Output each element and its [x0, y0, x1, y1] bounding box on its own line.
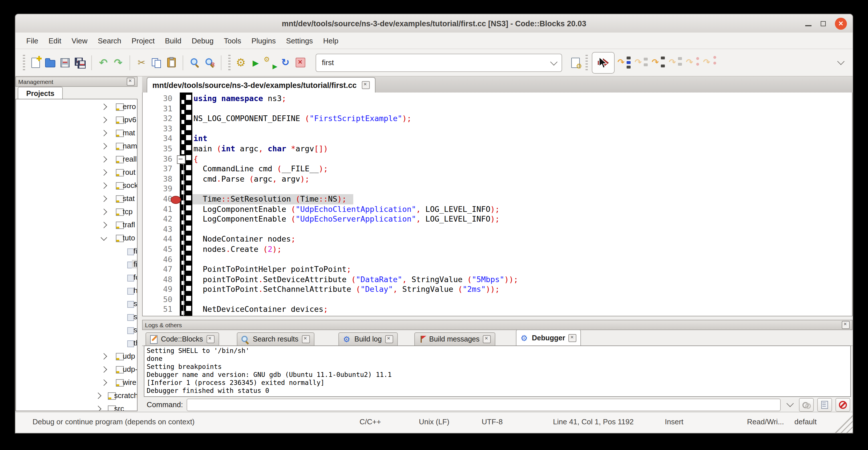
vertical-splitter[interactable]	[137, 77, 142, 412]
code-line-47[interactable]: 47 PointToPointHelper pointToPoint;	[143, 264, 852, 274]
tab-projects[interactable]: Projects	[18, 87, 63, 99]
close-tab-icon[interactable]	[569, 334, 577, 342]
tree-item-udp-[interactable]: udp-	[16, 363, 137, 376]
code-line-45[interactable]: 45 nodes.Create (2);	[143, 244, 852, 254]
tree-item-fif[interactable]: fif	[16, 245, 137, 258]
build-button[interactable]	[234, 55, 248, 70]
tree-item-scratch[interactable]: scratch	[16, 389, 137, 402]
code-line-37[interactable]: 37 CommandLine cmd (__FILE__);	[143, 164, 852, 174]
chevron-right-icon[interactable]	[101, 143, 107, 150]
step-out-button[interactable]	[669, 56, 683, 69]
line-number[interactable]: 44	[143, 234, 175, 244]
menu-file[interactable]: File	[21, 34, 43, 47]
line-number[interactable]: 38	[143, 174, 175, 184]
new-file-button[interactable]	[28, 55, 43, 70]
line-number[interactable]: 48	[143, 274, 175, 284]
menu-settings[interactable]: Settings	[281, 34, 318, 47]
abort-build-button[interactable]	[293, 55, 308, 70]
breakpoint-marker[interactable]	[170, 196, 181, 204]
tree-item-udp[interactable]: udp	[16, 350, 137, 363]
toolbar-grip[interactable]	[23, 55, 25, 70]
code-line-35[interactable]: 35main (int argc, char *argv[])	[143, 144, 852, 154]
code-line-31[interactable]: 31	[143, 103, 852, 114]
cut-button[interactable]	[134, 55, 149, 70]
close-logs-icon[interactable]	[842, 321, 850, 329]
close-icon[interactable]	[835, 18, 847, 29]
tree-item-nam[interactable]: nam	[16, 140, 137, 153]
line-number[interactable]: 47	[143, 264, 175, 274]
chevron-right-icon[interactable]	[101, 366, 107, 373]
code-line-46[interactable]: 46	[143, 254, 852, 264]
tree-item-tcp[interactable]: tcp	[16, 206, 137, 219]
step-into-button[interactable]	[652, 56, 665, 69]
chevron-right-icon[interactable]	[101, 196, 107, 202]
line-number[interactable]: 39	[143, 184, 175, 194]
chevron-right-icon[interactable]	[101, 103, 107, 110]
menu-build[interactable]: Build	[160, 34, 187, 47]
line-number[interactable]: 33	[143, 124, 175, 134]
close-panel-icon[interactable]	[127, 78, 135, 86]
title-bar[interactable]: mnt/dev/tools/source/ns-3-dev/examples/t…	[16, 14, 852, 33]
toolbar-overflow-button[interactable]	[833, 55, 848, 70]
code-line-48[interactable]: 48 pointToPoint.SetDeviceAttribute ("Dat…	[143, 274, 852, 284]
menu-tools[interactable]: Tools	[219, 34, 246, 47]
code-line-39[interactable]: 39	[143, 184, 852, 194]
chevron-right-icon[interactable]	[101, 380, 107, 386]
chevron-right-icon[interactable]	[101, 353, 107, 360]
logs-tab-code-blocks[interactable]: Code::Blocks	[146, 332, 219, 346]
code-line-44[interactable]: 44 NodeContainer nodes;	[143, 234, 852, 244]
chevron-right-icon[interactable]	[95, 393, 101, 399]
rebuild-button[interactable]	[278, 55, 293, 70]
tree-item-trafl[interactable]: trafl	[16, 219, 137, 232]
menu-debug[interactable]: Debug	[187, 34, 219, 47]
chevron-right-icon[interactable]	[101, 222, 107, 229]
line-number[interactable]: 35	[143, 144, 175, 154]
code-line-51[interactable]: 51 NetDeviceContainer devices;	[143, 305, 852, 314]
chevron-right-icon[interactable]	[101, 209, 107, 215]
tree-item-rout[interactable]: rout	[16, 166, 137, 179]
line-number[interactable]: 45	[143, 244, 175, 254]
chevron-right-icon[interactable]	[101, 169, 107, 176]
tree-item-th[interactable]: th	[16, 337, 137, 350]
line-number[interactable]: 42	[143, 214, 175, 224]
tree-item-ipv6[interactable]: ipv6	[16, 114, 137, 127]
code-line-43[interactable]: 43	[143, 224, 852, 234]
tree-item-se[interactable]: se	[16, 298, 137, 311]
tree-item-fir[interactable]: fir	[16, 258, 137, 271]
minimize-icon[interactable]	[805, 25, 811, 26]
logs-tab-build-log[interactable]: Build log	[338, 332, 398, 346]
menu-search[interactable]: Search	[93, 34, 126, 47]
chevron-right-icon[interactable]	[101, 130, 107, 137]
code-line-33[interactable]: 33	[143, 124, 852, 134]
tree-item-sock[interactable]: sock	[16, 179, 137, 192]
close-tab-icon[interactable]	[385, 335, 393, 343]
line-number[interactable]: 50	[143, 295, 175, 305]
code-line-36[interactable]: 36{	[143, 154, 852, 164]
close-tab-icon[interactable]	[302, 335, 310, 343]
command-history-button[interactable]	[784, 399, 796, 410]
tree-item-stat[interactable]: stat	[16, 192, 137, 206]
line-number[interactable]: 37	[143, 164, 175, 174]
step-into-instruction-button[interactable]	[703, 56, 717, 69]
next-instruction-button[interactable]	[686, 56, 700, 69]
command-input[interactable]	[186, 398, 781, 411]
code-line-34[interactable]: 34int	[143, 134, 852, 144]
menu-plugins[interactable]: Plugins	[246, 34, 281, 47]
line-number[interactable]: 49	[143, 285, 175, 295]
logs-tab-debugger[interactable]: Debugger	[516, 330, 581, 346]
find-button[interactable]	[187, 55, 202, 70]
debug-continue-button[interactable]	[592, 52, 615, 73]
debugger-attach-button[interactable]	[799, 398, 814, 412]
run-to-cursor-button[interactable]	[617, 56, 631, 69]
menu-view[interactable]: View	[66, 34, 93, 47]
toolbar-grip[interactable]	[586, 55, 588, 70]
close-tab-icon[interactable]	[483, 335, 491, 343]
line-number[interactable]: 36	[143, 154, 175, 164]
editor-tab-first-cc[interactable]: mnt/dev/tools/source/ns-3-dev/examples/t…	[147, 77, 375, 92]
tree-item-wire[interactable]: wire	[16, 376, 137, 389]
code-line-41[interactable]: 41 LogComponentEnable ("UdpEchoClientApp…	[143, 204, 852, 214]
redo-button[interactable]	[111, 55, 126, 70]
next-line-button[interactable]	[634, 56, 648, 69]
tree-item-se[interactable]: se	[16, 311, 137, 324]
resize-grip[interactable]	[833, 414, 852, 433]
